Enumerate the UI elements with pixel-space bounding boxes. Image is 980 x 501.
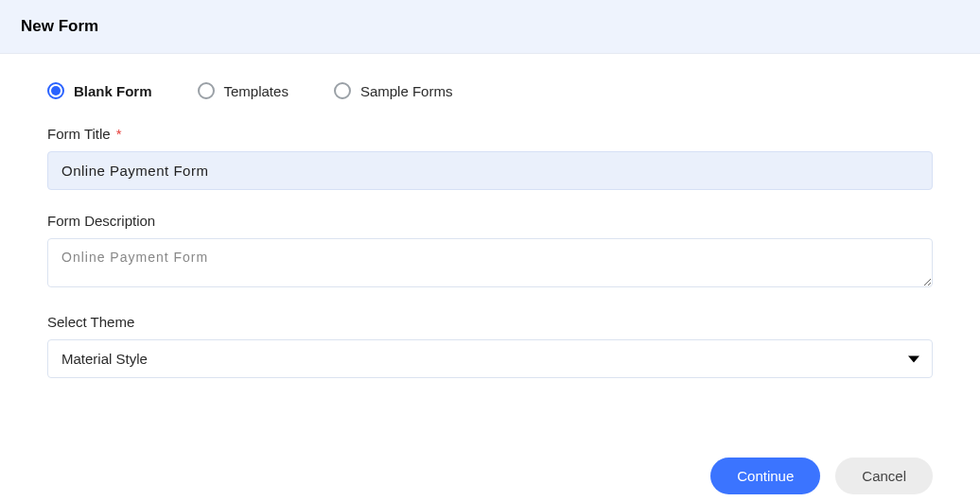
form-description-input[interactable]: Online Payment Form [47, 238, 933, 287]
continue-button[interactable]: Continue [710, 458, 820, 494]
select-theme-wrapper: Material Style [47, 339, 933, 378]
radio-label: Sample Forms [360, 83, 453, 99]
dialog-title: New Form [21, 17, 959, 36]
dialog-footer: Continue Cancel [0, 420, 980, 501]
form-type-radio-group: Blank Form Templates Sample Forms [47, 82, 933, 99]
select-theme-group: Select Theme Material Style [47, 314, 933, 378]
form-description-label: Form Description [47, 213, 933, 229]
dialog-body: Blank Form Templates Sample Forms Form T… [0, 54, 980, 420]
form-title-label: Form Title * [47, 126, 933, 142]
required-asterisk: * [116, 126, 122, 142]
select-theme-label: Select Theme [47, 314, 933, 330]
radio-icon [334, 82, 351, 99]
form-title-group: Form Title * [47, 126, 933, 190]
cancel-button[interactable]: Cancel [835, 458, 933, 494]
radio-label: Blank Form [74, 83, 152, 99]
form-title-input[interactable] [47, 151, 933, 190]
radio-sample-forms[interactable]: Sample Forms [334, 82, 453, 99]
radio-label: Templates [224, 83, 289, 99]
radio-icon [198, 82, 215, 99]
radio-templates[interactable]: Templates [198, 82, 289, 99]
select-theme-input[interactable]: Material Style [47, 339, 933, 378]
label-text: Form Title [47, 126, 111, 142]
radio-icon [47, 82, 64, 99]
dialog-header: New Form [0, 0, 980, 54]
form-description-group: Form Description Online Payment Form [47, 213, 933, 291]
radio-blank-form[interactable]: Blank Form [47, 82, 152, 99]
